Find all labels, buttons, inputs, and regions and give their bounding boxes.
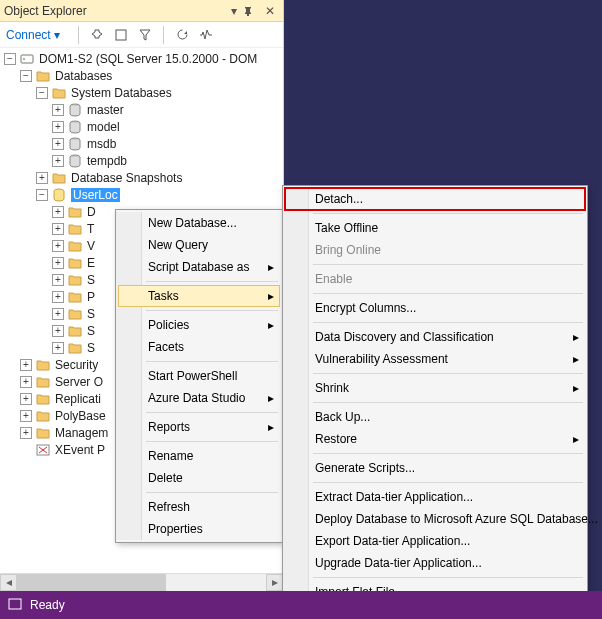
tree-node-snapshots[interactable]: +Database Snapshots — [4, 169, 283, 186]
tree-node-master[interactable]: +master — [4, 101, 283, 118]
menu-deploy-azure[interactable]: Deploy Database to Microsoft Azure SQL D… — [285, 508, 585, 530]
expand-toggle[interactable]: + — [52, 291, 64, 303]
menu-new-query[interactable]: New Query — [118, 234, 280, 256]
svg-rect-9 — [9, 599, 21, 609]
pin-icon[interactable] — [243, 6, 261, 16]
scroll-right-icon[interactable]: ▸ — [266, 574, 283, 591]
menu-script-database[interactable]: Script Database as▸ — [118, 256, 280, 278]
menu-reports[interactable]: Reports▸ — [118, 416, 280, 438]
expand-toggle[interactable]: + — [52, 121, 64, 133]
menu-refresh[interactable]: Refresh — [118, 496, 280, 518]
tree-node-msdb[interactable]: +msdb — [4, 135, 283, 152]
menu-separator — [146, 441, 278, 442]
menu-facets[interactable]: Facets — [118, 336, 280, 358]
menu-restore[interactable]: Restore▸ — [285, 428, 585, 450]
tree-node-server[interactable]: − DOM1-S2 (SQL Server 15.0.2000 - DOM — [4, 50, 283, 67]
expand-toggle[interactable]: + — [52, 104, 64, 116]
expand-toggle — [20, 444, 32, 456]
connect-dropdown[interactable]: Connect ▾ — [6, 28, 68, 42]
menu-rename[interactable]: Rename — [118, 445, 280, 467]
xevent-icon — [35, 443, 51, 457]
expand-toggle[interactable]: + — [52, 240, 64, 252]
expand-toggle[interactable]: + — [20, 393, 32, 405]
expand-toggle[interactable]: + — [52, 308, 64, 320]
tree-node-tempdb[interactable]: +tempdb — [4, 152, 283, 169]
folder-icon — [35, 409, 51, 423]
submenu-arrow-icon: ▸ — [268, 289, 274, 303]
expand-toggle[interactable]: − — [4, 53, 16, 65]
horizontal-scrollbar[interactable]: ◂ ▸ — [0, 573, 283, 590]
menu-new-database[interactable]: New Database... — [118, 212, 280, 234]
menu-separator — [313, 577, 583, 578]
tree-node-model[interactable]: +model — [4, 118, 283, 135]
expand-toggle[interactable]: + — [52, 206, 64, 218]
submenu-arrow-icon: ▸ — [573, 352, 579, 366]
close-icon[interactable]: ✕ — [261, 4, 279, 18]
menu-separator — [146, 492, 278, 493]
menu-export-datatier[interactable]: Export Data-tier Application... — [285, 530, 585, 552]
refresh-icon[interactable] — [174, 27, 190, 43]
folder-icon — [35, 375, 51, 389]
menu-separator — [313, 402, 583, 403]
disconnect-icon[interactable] — [89, 27, 105, 43]
menu-properties[interactable]: Properties — [118, 518, 280, 540]
expand-toggle[interactable]: − — [36, 87, 48, 99]
expand-toggle[interactable]: − — [36, 189, 48, 201]
expand-toggle[interactable]: + — [36, 172, 48, 184]
menu-azure-data-studio[interactable]: Azure Data Studio▸ — [118, 387, 280, 409]
filter-icon[interactable] — [137, 27, 153, 43]
menu-detach[interactable]: Detach... — [285, 188, 585, 210]
expand-toggle[interactable]: − — [20, 70, 32, 82]
folder-icon — [67, 307, 83, 321]
stop-icon[interactable] — [113, 27, 129, 43]
expand-toggle[interactable]: + — [52, 223, 64, 235]
scroll-track[interactable] — [17, 574, 266, 591]
activity-icon[interactable] — [198, 27, 214, 43]
menu-tasks[interactable]: Tasks▸ — [118, 285, 280, 307]
expand-toggle[interactable]: + — [20, 376, 32, 388]
expand-toggle[interactable]: + — [20, 410, 32, 422]
folder-icon — [67, 290, 83, 304]
menu-separator — [146, 310, 278, 311]
menu-policies[interactable]: Policies▸ — [118, 314, 280, 336]
expand-toggle[interactable]: + — [52, 325, 64, 337]
database-context-menu: New Database... New Query Script Databas… — [115, 209, 283, 543]
menu-generate-scripts[interactable]: Generate Scripts... — [285, 457, 585, 479]
tree-node-userdb[interactable]: −UserLoc — [4, 186, 283, 203]
tree-node-databases[interactable]: − Databases — [4, 67, 283, 84]
expand-toggle[interactable]: + — [20, 427, 32, 439]
svg-rect-0 — [116, 30, 126, 40]
submenu-arrow-icon: ▸ — [573, 381, 579, 395]
folder-icon — [35, 69, 51, 83]
menu-extract-datatier[interactable]: Extract Data-tier Application... — [285, 486, 585, 508]
tree-node-sysdb[interactable]: − System Databases — [4, 84, 283, 101]
pane-titlebar: Object Explorer ▾ ✕ — [0, 0, 283, 22]
folder-icon — [35, 426, 51, 440]
menu-upgrade-datatier[interactable]: Upgrade Data-tier Application... — [285, 552, 585, 574]
folder-icon — [35, 392, 51, 406]
expand-toggle[interactable]: + — [52, 257, 64, 269]
expand-toggle[interactable]: + — [52, 342, 64, 354]
expand-toggle[interactable]: + — [52, 155, 64, 167]
expand-toggle[interactable]: + — [20, 359, 32, 371]
menu-backup[interactable]: Back Up... — [285, 406, 585, 428]
scroll-thumb[interactable] — [17, 574, 166, 591]
tasks-submenu: Detach... Take Offline Bring Online Enab… — [282, 185, 588, 619]
menu-separator — [146, 412, 278, 413]
scroll-left-icon[interactable]: ◂ — [0, 574, 17, 591]
folder-icon — [51, 86, 67, 100]
window-position-icon[interactable]: ▾ — [225, 4, 243, 18]
menu-data-discovery[interactable]: Data Discovery and Classification▸ — [285, 326, 585, 348]
folder-icon — [67, 341, 83, 355]
menu-delete[interactable]: Delete — [118, 467, 280, 489]
menu-start-powershell[interactable]: Start PowerShell — [118, 365, 280, 387]
menu-take-offline[interactable]: Take Offline — [285, 217, 585, 239]
menu-shrink[interactable]: Shrink▸ — [285, 377, 585, 399]
status-flag-icon[interactable] — [8, 598, 22, 612]
menu-vulnerability-assessment[interactable]: Vulnerability Assessment▸ — [285, 348, 585, 370]
submenu-arrow-icon: ▸ — [573, 432, 579, 446]
menu-encrypt-columns[interactable]: Encrypt Columns... — [285, 297, 585, 319]
database-icon — [67, 120, 83, 134]
expand-toggle[interactable]: + — [52, 274, 64, 286]
expand-toggle[interactable]: + — [52, 138, 64, 150]
